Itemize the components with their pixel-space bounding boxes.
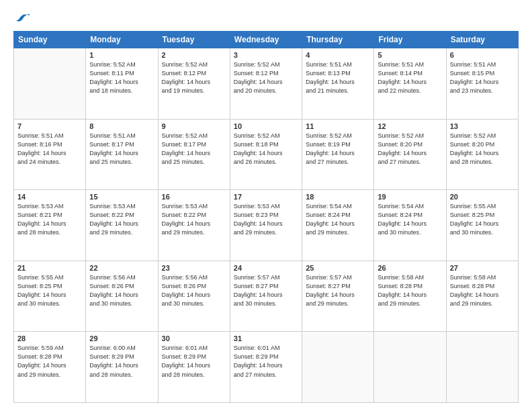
- calendar-cell: 7Sunrise: 5:51 AM Sunset: 8:16 PM Daylig…: [14, 119, 86, 190]
- calendar-cell: 6Sunrise: 5:51 AM Sunset: 8:15 PM Daylig…: [446, 48, 518, 120]
- day-info: Sunrise: 5:51 AM Sunset: 8:13 PM Dayligh…: [306, 60, 370, 95]
- day-number: 12: [378, 122, 442, 130]
- day-info: Sunrise: 5:52 AM Sunset: 8:11 PM Dayligh…: [89, 60, 154, 95]
- calendar-week-row: 7Sunrise: 5:51 AM Sunset: 8:16 PM Daylig…: [14, 119, 519, 190]
- calendar-cell: 5Sunrise: 5:51 AM Sunset: 8:14 PM Daylig…: [374, 48, 446, 120]
- day-number: 25: [306, 264, 370, 272]
- day-number: 9: [162, 122, 226, 130]
- calendar-cell: 17Sunrise: 5:53 AM Sunset: 8:23 PM Dayli…: [230, 190, 302, 261]
- day-number: 30: [162, 334, 226, 342]
- calendar-cell: 24Sunrise: 5:57 AM Sunset: 8:27 PM Dayli…: [230, 261, 302, 332]
- calendar-cell: [14, 48, 86, 120]
- day-info: Sunrise: 5:56 AM Sunset: 8:26 PM Dayligh…: [89, 273, 154, 308]
- day-number: 7: [17, 122, 82, 130]
- day-number: 6: [450, 51, 515, 59]
- calendar-header-monday: Monday: [86, 32, 158, 48]
- day-number: 3: [234, 51, 298, 59]
- calendar-cell: 4Sunrise: 5:51 AM Sunset: 8:13 PM Daylig…: [302, 48, 374, 120]
- calendar-cell: 2Sunrise: 5:52 AM Sunset: 8:12 PM Daylig…: [158, 48, 230, 120]
- day-number: 15: [89, 193, 154, 201]
- day-info: Sunrise: 5:51 AM Sunset: 8:16 PM Dayligh…: [17, 132, 82, 167]
- day-number: 29: [89, 334, 154, 342]
- calendar-cell: [374, 332, 446, 403]
- calendar-cell: 15Sunrise: 5:53 AM Sunset: 8:22 PM Dayli…: [86, 190, 158, 261]
- calendar-cell: 14Sunrise: 5:53 AM Sunset: 8:21 PM Dayli…: [14, 190, 86, 261]
- page: SundayMondayTuesdayWednesdayThursdayFrid…: [0, 0, 532, 411]
- calendar-header-row: SundayMondayTuesdayWednesdayThursdayFrid…: [14, 32, 519, 48]
- day-info: Sunrise: 5:55 AM Sunset: 8:25 PM Dayligh…: [450, 202, 515, 237]
- logo-bird-icon: [15, 12, 30, 24]
- calendar-cell: 30Sunrise: 6:01 AM Sunset: 8:29 PM Dayli…: [158, 332, 230, 403]
- day-number: 8: [89, 122, 154, 130]
- calendar-cell: [302, 332, 374, 403]
- calendar-cell: 22Sunrise: 5:56 AM Sunset: 8:26 PM Dayli…: [86, 261, 158, 332]
- day-info: Sunrise: 5:53 AM Sunset: 8:23 PM Dayligh…: [234, 202, 298, 237]
- calendar-week-row: 21Sunrise: 5:55 AM Sunset: 8:25 PM Dayli…: [14, 261, 519, 332]
- day-number: 21: [17, 264, 82, 272]
- calendar-cell: 28Sunrise: 5:59 AM Sunset: 8:28 PM Dayli…: [14, 332, 86, 403]
- day-number: 31: [234, 334, 298, 342]
- day-number: 27: [450, 264, 515, 272]
- day-number: 28: [17, 334, 82, 342]
- day-number: 18: [306, 193, 370, 201]
- day-info: Sunrise: 5:55 AM Sunset: 8:25 PM Dayligh…: [17, 273, 82, 308]
- day-info: Sunrise: 5:56 AM Sunset: 8:26 PM Dayligh…: [162, 273, 226, 308]
- calendar-cell: 8Sunrise: 5:51 AM Sunset: 8:17 PM Daylig…: [86, 119, 158, 190]
- day-number: 14: [17, 193, 82, 201]
- day-info: Sunrise: 6:01 AM Sunset: 8:29 PM Dayligh…: [162, 344, 226, 379]
- day-info: Sunrise: 5:53 AM Sunset: 8:22 PM Dayligh…: [162, 202, 226, 237]
- calendar-cell: 9Sunrise: 5:52 AM Sunset: 8:17 PM Daylig…: [158, 119, 230, 190]
- day-number: 17: [234, 193, 298, 201]
- calendar-cell: 11Sunrise: 5:52 AM Sunset: 8:19 PM Dayli…: [302, 119, 374, 190]
- day-info: Sunrise: 5:54 AM Sunset: 8:24 PM Dayligh…: [378, 202, 442, 237]
- calendar-cell: 23Sunrise: 5:56 AM Sunset: 8:26 PM Dayli…: [158, 261, 230, 332]
- day-number: 16: [162, 193, 226, 201]
- day-number: 23: [162, 264, 226, 272]
- calendar-cell: 10Sunrise: 5:52 AM Sunset: 8:18 PM Dayli…: [230, 119, 302, 190]
- calendar-table: SundayMondayTuesdayWednesdayThursdayFrid…: [13, 31, 519, 403]
- calendar-cell: 18Sunrise: 5:54 AM Sunset: 8:24 PM Dayli…: [302, 190, 374, 261]
- calendar-cell: 19Sunrise: 5:54 AM Sunset: 8:24 PM Dayli…: [374, 190, 446, 261]
- calendar-header-friday: Friday: [374, 32, 446, 48]
- calendar-header-wednesday: Wednesday: [230, 32, 302, 48]
- day-number: 26: [378, 264, 442, 272]
- day-info: Sunrise: 5:57 AM Sunset: 8:27 PM Dayligh…: [306, 273, 370, 308]
- day-number: 4: [306, 51, 370, 59]
- day-info: Sunrise: 5:52 AM Sunset: 8:17 PM Dayligh…: [162, 132, 226, 167]
- calendar-week-row: 14Sunrise: 5:53 AM Sunset: 8:21 PM Dayli…: [14, 190, 519, 261]
- calendar-cell: 20Sunrise: 5:55 AM Sunset: 8:25 PM Dayli…: [446, 190, 518, 261]
- day-number: 10: [234, 122, 298, 130]
- calendar-cell: 3Sunrise: 5:52 AM Sunset: 8:12 PM Daylig…: [230, 48, 302, 120]
- day-info: Sunrise: 6:01 AM Sunset: 8:29 PM Dayligh…: [234, 344, 298, 379]
- calendar-week-row: 28Sunrise: 5:59 AM Sunset: 8:28 PM Dayli…: [14, 332, 519, 403]
- day-info: Sunrise: 5:53 AM Sunset: 8:21 PM Dayligh…: [17, 202, 82, 237]
- day-number: 2: [162, 51, 226, 59]
- day-number: 24: [234, 264, 298, 272]
- day-number: 20: [450, 193, 515, 201]
- header: [13, 12, 519, 24]
- day-info: Sunrise: 5:59 AM Sunset: 8:28 PM Dayligh…: [17, 344, 82, 379]
- calendar-cell: 1Sunrise: 5:52 AM Sunset: 8:11 PM Daylig…: [86, 48, 158, 120]
- day-info: Sunrise: 5:53 AM Sunset: 8:22 PM Dayligh…: [89, 202, 154, 237]
- day-info: Sunrise: 5:51 AM Sunset: 8:15 PM Dayligh…: [450, 60, 515, 95]
- day-info: Sunrise: 5:52 AM Sunset: 8:20 PM Dayligh…: [378, 132, 442, 167]
- calendar-cell: 25Sunrise: 5:57 AM Sunset: 8:27 PM Dayli…: [302, 261, 374, 332]
- calendar-cell: 16Sunrise: 5:53 AM Sunset: 8:22 PM Dayli…: [158, 190, 230, 261]
- day-number: 19: [378, 193, 442, 201]
- day-number: 11: [306, 122, 370, 130]
- calendar-cell: 21Sunrise: 5:55 AM Sunset: 8:25 PM Dayli…: [14, 261, 86, 332]
- day-number: 1: [89, 51, 154, 59]
- calendar-cell: 13Sunrise: 5:52 AM Sunset: 8:20 PM Dayli…: [446, 119, 518, 190]
- day-info: Sunrise: 5:58 AM Sunset: 8:28 PM Dayligh…: [450, 273, 515, 308]
- calendar-header-sunday: Sunday: [14, 32, 86, 48]
- day-info: Sunrise: 5:52 AM Sunset: 8:12 PM Dayligh…: [234, 60, 298, 95]
- day-info: Sunrise: 5:51 AM Sunset: 8:14 PM Dayligh…: [378, 60, 442, 95]
- day-info: Sunrise: 5:58 AM Sunset: 8:28 PM Dayligh…: [378, 273, 442, 308]
- day-info: Sunrise: 5:54 AM Sunset: 8:24 PM Dayligh…: [306, 202, 370, 237]
- calendar-header-thursday: Thursday: [302, 32, 374, 48]
- calendar-cell: 12Sunrise: 5:52 AM Sunset: 8:20 PM Dayli…: [374, 119, 446, 190]
- calendar-cell: 26Sunrise: 5:58 AM Sunset: 8:28 PM Dayli…: [374, 261, 446, 332]
- day-info: Sunrise: 5:51 AM Sunset: 8:17 PM Dayligh…: [89, 132, 154, 167]
- day-info: Sunrise: 5:52 AM Sunset: 8:18 PM Dayligh…: [234, 132, 298, 167]
- calendar-week-row: 1Sunrise: 5:52 AM Sunset: 8:11 PM Daylig…: [14, 48, 519, 120]
